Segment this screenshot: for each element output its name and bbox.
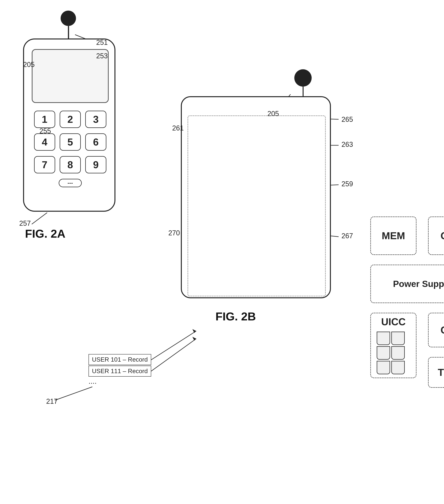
sim-pin-6: [391, 361, 405, 374]
ref-255: 255: [39, 127, 51, 135]
svg-line-5: [32, 213, 47, 224]
dots-label: ....: [89, 377, 97, 385]
diagram: 1 2 3 4 5 6 7 8 9 --- 205 251 253 255 25…: [0, 0, 444, 504]
record-box-1: USER 101 – Record: [89, 354, 151, 365]
ref-257: 257: [19, 219, 31, 227]
comp-cpu: CPU: [428, 313, 444, 347]
svg-line-15: [148, 339, 196, 373]
sim-pin-3: [377, 346, 390, 360]
key-1[interactable]: 1: [34, 111, 55, 128]
ref-259: 259: [341, 180, 353, 188]
antenna-line-2a: [68, 26, 69, 40]
svg-marker-16: [192, 329, 196, 333]
device-body: MEM GPS Power Supply UICC CPU: [181, 96, 331, 298]
key-dash[interactable]: ---: [59, 179, 82, 187]
antenna-circle-2b: [294, 69, 312, 87]
ref-217: 217: [46, 397, 58, 405]
comp-uicc: UICC: [370, 313, 416, 378]
ref-270: 270: [168, 229, 180, 237]
ref-265: 265: [341, 115, 353, 124]
ref-263: 263: [341, 141, 353, 149]
outer-dashed-container: [188, 115, 326, 296]
comp-mem: MEM: [370, 216, 416, 255]
ref-205-2a: 205: [23, 61, 35, 69]
sim-pin-2: [391, 332, 405, 345]
comp-gps: GPS: [428, 216, 444, 255]
key-2[interactable]: 2: [60, 111, 81, 128]
key-6[interactable]: 6: [85, 133, 107, 151]
key-3[interactable]: 3: [85, 111, 107, 128]
key-5[interactable]: 5: [60, 133, 81, 151]
key-row-3: 7 8 9: [32, 156, 109, 173]
sim-pin-4: [391, 346, 405, 360]
comp-trans: Trans: [428, 357, 444, 388]
phone-body: 1 2 3 4 5 6 7 8 9 ---: [23, 38, 115, 212]
key-row-1: 1 2 3: [32, 111, 109, 128]
sim-pin-1: [377, 332, 390, 345]
svg-line-18: [55, 387, 92, 400]
keypad-area: 1 2 3 4 5 6 7 8 9 ---: [32, 111, 109, 187]
svg-line-14: [148, 331, 196, 362]
key-8[interactable]: 8: [60, 156, 81, 173]
ref-251: 251: [96, 38, 108, 47]
ref-253: 253: [96, 52, 108, 60]
comp-power: Power Supply: [370, 265, 444, 303]
ref-205-2b: 205: [267, 110, 279, 118]
key-7[interactable]: 7: [34, 156, 55, 173]
key-9[interactable]: 9: [85, 156, 107, 173]
fig2b-label: FIG. 2B: [215, 310, 256, 323]
fig2a-label: FIG. 2A: [25, 227, 65, 240]
key-4[interactable]: 4: [34, 133, 55, 151]
ref-267: 267: [341, 232, 353, 240]
key-row-2: 4 5 6: [32, 133, 109, 151]
record-box-2: USER 111 – Record: [89, 366, 151, 377]
ref-261: 261: [172, 124, 184, 132]
antenna-circle-2a: [61, 11, 76, 26]
sim-pins: [376, 331, 411, 375]
sim-pin-5: [377, 361, 390, 374]
svg-marker-17: [192, 337, 196, 341]
